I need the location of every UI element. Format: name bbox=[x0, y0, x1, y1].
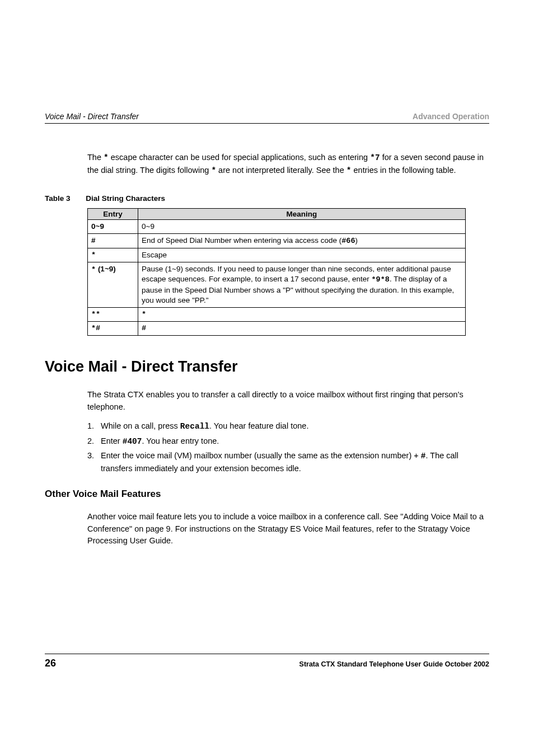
dial-string-table: Entry Meaning 0~9 0~9 # End of Speed Dia… bbox=[87, 208, 466, 336]
header-rule bbox=[45, 123, 489, 124]
recall-label: Recall bbox=[180, 422, 209, 431]
intro-d: are not interpreted literally. See the bbox=[216, 166, 346, 175]
header-right: Advanced Operation bbox=[413, 112, 489, 121]
header-left: Voice Mail - Direct Transfer bbox=[45, 112, 139, 121]
cell-entry: * bbox=[88, 248, 138, 262]
intro-b: escape character can be used for special… bbox=[109, 153, 371, 162]
step-b: . You hear feature dial tone. bbox=[209, 421, 308, 430]
step-3: 3. Enter the voice mail (VM) mailbox num… bbox=[87, 450, 489, 475]
section-para: The Strata CTX enables you to transfer a… bbox=[87, 389, 489, 414]
footer-rule bbox=[45, 654, 489, 654]
step-code: # bbox=[421, 452, 426, 461]
intro-paragraph: The * escape character can be used for s… bbox=[87, 152, 489, 177]
meaning-b: ) bbox=[355, 236, 358, 245]
col-entry: Entry bbox=[88, 208, 138, 219]
cell-meaning: Pause (1~9) seconds. If you need to paus… bbox=[138, 262, 466, 308]
step-code: #407 bbox=[123, 437, 142, 446]
step-1: 1. While on a call, press Recall. You he… bbox=[87, 420, 489, 433]
footer-text: Strata CTX Standard Telephone User Guide… bbox=[299, 660, 489, 668]
meaning-a: End of Speed Dial Number when entering v… bbox=[142, 236, 341, 245]
table-title: Dial String Characters bbox=[86, 194, 165, 203]
star7-code: *7 bbox=[370, 153, 380, 162]
cell-meaning: 0~9 bbox=[138, 219, 466, 233]
table-row: *# # bbox=[88, 322, 466, 336]
table-row: # End of Speed Dial Number when entering… bbox=[88, 233, 466, 248]
step-num: 1. bbox=[87, 420, 101, 433]
intro-e: entries in the following table. bbox=[351, 166, 456, 175]
star-icon: * bbox=[91, 265, 96, 274]
page-footer: 26 Strata CTX Standard Telephone User Gu… bbox=[45, 654, 489, 669]
cell-entry: *# bbox=[88, 322, 138, 336]
table-row: * (1~9) Pause (1~9) seconds. If you need… bbox=[88, 262, 466, 308]
table-header-row: Entry Meaning bbox=[88, 208, 466, 219]
cell-meaning: * bbox=[138, 308, 466, 322]
subsection-para: Another voice mail feature lets you to i… bbox=[87, 511, 489, 547]
table-caption: Table 3 Dial String Characters bbox=[45, 194, 489, 203]
table-row: 0~9 0~9 bbox=[88, 219, 466, 233]
step-num: 2. bbox=[87, 435, 101, 448]
table-number: Table 3 bbox=[45, 194, 71, 203]
cell-entry: # bbox=[88, 233, 138, 248]
step-a: While on a call, press bbox=[101, 421, 180, 430]
cell-entry: 0~9 bbox=[88, 219, 138, 233]
cell-entry: ** bbox=[88, 308, 138, 322]
intro-a: The bbox=[87, 153, 104, 162]
step-b: . You hear entry tone. bbox=[142, 436, 219, 445]
page-number: 26 bbox=[45, 658, 56, 669]
step-text: Enter the voice mail (VM) mailbox number… bbox=[101, 450, 489, 475]
step-num: 3. bbox=[87, 450, 101, 475]
asterisk-icon: * bbox=[104, 153, 109, 162]
step-text: Enter #407. You hear entry tone. bbox=[101, 435, 219, 448]
cell-meaning: Escape bbox=[138, 248, 466, 262]
col-meaning: Meaning bbox=[138, 208, 466, 219]
cell-entry: * (1~9) bbox=[88, 262, 138, 308]
step-2: 2. Enter #407. You hear entry tone. bbox=[87, 435, 489, 448]
table-row: ** * bbox=[88, 308, 466, 322]
step-a: Enter the voice mail (VM) mailbox number… bbox=[101, 451, 421, 460]
meaning-code: #66 bbox=[341, 237, 355, 245]
meaning-code: *9*8 bbox=[372, 275, 390, 284]
section-heading: Voice Mail - Direct Transfer bbox=[45, 358, 489, 375]
running-header: Voice Mail - Direct Transfer Advanced Op… bbox=[45, 112, 489, 121]
step-a: Enter bbox=[101, 436, 123, 445]
step-text: While on a call, press Recall. You hear … bbox=[101, 420, 308, 433]
cell-meaning: # bbox=[138, 322, 466, 336]
table-row: * Escape bbox=[88, 248, 466, 262]
range-text: (1~9) bbox=[98, 265, 116, 273]
asterisk-icon-2: * bbox=[211, 166, 216, 175]
cell-meaning: End of Speed Dial Number when entering v… bbox=[138, 233, 466, 248]
subsection-heading: Other Voice Mail Features bbox=[45, 489, 489, 500]
